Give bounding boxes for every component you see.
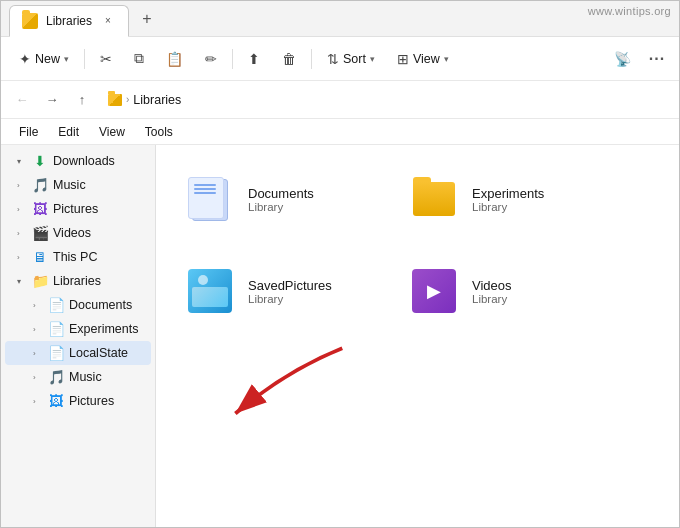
- cut-icon: ✂: [100, 51, 112, 67]
- paste-button[interactable]: 📋: [156, 46, 193, 72]
- sidebar-item-music[interactable]: › 🎵 Music: [5, 173, 151, 197]
- videos-info: Videos Library: [472, 278, 512, 305]
- toolbar: ✦ New ▾ ✂ ⧉ 📋 ✏ ⬆ 🗑 ⇅ Sort ▾ ⊞: [1, 37, 679, 81]
- address-path[interactable]: › Libraries: [99, 88, 671, 112]
- share-button[interactable]: ⬆: [238, 46, 270, 72]
- tab-bar: Libraries × +: [1, 1, 679, 37]
- sort-button[interactable]: ⇅ Sort ▾: [317, 46, 385, 72]
- cut-button[interactable]: ✂: [90, 46, 122, 72]
- active-tab[interactable]: Libraries ×: [9, 5, 129, 37]
- sidebar-item-pictures-sub[interactable]: › 🖼 Pictures: [5, 389, 151, 413]
- videos-name: Videos: [472, 278, 512, 293]
- thispc-icon: 🖥: [32, 249, 48, 265]
- savedpictures-type: Library: [248, 293, 332, 305]
- sidebar-videos-label: Videos: [53, 226, 143, 240]
- savedpictures-icon: [188, 269, 232, 313]
- sidebar-item-videos[interactable]: › 🎬 Videos: [5, 221, 151, 245]
- downloads-chevron: ▾: [17, 157, 27, 166]
- new-button[interactable]: ✦ New ▾: [9, 46, 79, 72]
- music-chevron: ›: [17, 181, 27, 190]
- view-chevron: ▾: [444, 54, 449, 64]
- videos-type: Library: [472, 293, 512, 305]
- savedpictures-info: SavedPictures Library: [248, 278, 332, 305]
- paste-icon: 📋: [166, 51, 183, 67]
- sidebar-item-thispc[interactable]: › 🖥 This PC: [5, 245, 151, 269]
- new-label: New: [35, 52, 60, 66]
- experiments-info: Experiments Library: [472, 186, 544, 213]
- back-button[interactable]: ←: [9, 87, 35, 113]
- cast-icon: 📡: [614, 51, 631, 67]
- view-button[interactable]: ⊞ View ▾: [387, 46, 459, 72]
- delete-button[interactable]: 🗑: [272, 46, 306, 72]
- sidebar-item-experiments[interactable]: › 📄 Experiments: [5, 317, 151, 341]
- sidebar-libraries-label: Libraries: [53, 274, 143, 288]
- experiments-name: Experiments: [472, 186, 544, 201]
- sort-chevron: ▾: [370, 54, 375, 64]
- documents-stack-icon: [188, 177, 232, 221]
- sidebar-item-localstate[interactable]: › 📄 LocalState: [5, 341, 151, 365]
- new-tab-button[interactable]: +: [133, 5, 161, 33]
- new-icon: ✦: [19, 51, 31, 67]
- library-item-savedpictures[interactable]: SavedPictures Library: [176, 257, 376, 325]
- doc-front: [188, 177, 224, 219]
- new-chevron: ▾: [64, 54, 69, 64]
- view-icon: ⊞: [397, 51, 409, 67]
- videos-icon: 🎬: [32, 225, 48, 241]
- sidebar-downloads-label: Downloads: [53, 154, 143, 168]
- view-label: View: [413, 52, 440, 66]
- pictures-chevron: ›: [17, 205, 27, 214]
- libraries-icon: 📁: [32, 273, 48, 289]
- path-separator: ›: [126, 94, 129, 105]
- menu-file[interactable]: File: [9, 122, 48, 142]
- experiments-chevron: ›: [33, 325, 43, 334]
- localstate-chevron: ›: [33, 349, 43, 358]
- overflow-button[interactable]: ···: [643, 45, 671, 73]
- address-bar: ← → ↑ › Libraries: [1, 81, 679, 119]
- sidebar-item-downloads[interactable]: ▾ ⬇ Downloads: [5, 149, 151, 173]
- sidebar: ▾ ⬇ Downloads › 🎵 Music › 🖼 Pictures › 🎬…: [1, 145, 156, 527]
- cast-button[interactable]: 📡: [604, 46, 641, 72]
- copy-icon: ⧉: [134, 50, 144, 67]
- rename-icon: ✏: [205, 51, 217, 67]
- music-sub-icon: 🎵: [48, 369, 64, 385]
- libraries-chevron: ▾: [17, 277, 27, 286]
- thispc-chevron: ›: [17, 253, 27, 262]
- library-item-videos[interactable]: Videos Library: [400, 257, 600, 325]
- sidebar-documents-label: Documents: [69, 298, 143, 312]
- localstate-icon: 📄: [48, 345, 64, 361]
- sidebar-item-libraries[interactable]: ▾ 📁 Libraries: [5, 269, 151, 293]
- pictures-icon: 🖼: [32, 201, 48, 217]
- tab-close-button[interactable]: ×: [100, 13, 116, 29]
- up-button[interactable]: ↑: [69, 87, 95, 113]
- forward-button[interactable]: →: [39, 87, 65, 113]
- menu-view[interactable]: View: [89, 122, 135, 142]
- sidebar-item-pictures[interactable]: › 🖼 Pictures: [5, 197, 151, 221]
- sort-icon: ⇅: [327, 51, 339, 67]
- sidebar-item-music-sub[interactable]: › 🎵 Music: [5, 365, 151, 389]
- sidebar-item-documents[interactable]: › 📄 Documents: [5, 293, 151, 317]
- tab-title: Libraries: [46, 14, 92, 28]
- experiments-icon: 📄: [48, 321, 64, 337]
- documents-thumbnail: [184, 173, 236, 225]
- menu-edit[interactable]: Edit: [48, 122, 89, 142]
- videos-thumbnail: [408, 265, 460, 317]
- music-icon: 🎵: [32, 177, 48, 193]
- menu-tools[interactable]: Tools: [135, 122, 183, 142]
- experiments-thumbnail: [408, 173, 460, 225]
- sidebar-pictures-label: Pictures: [53, 202, 143, 216]
- delete-icon: 🗑: [282, 51, 296, 67]
- library-item-experiments[interactable]: Experiments Library: [400, 165, 600, 233]
- pictures-sub-icon: 🖼: [48, 393, 64, 409]
- library-item-documents[interactable]: Documents Library: [176, 165, 376, 233]
- sort-label: Sort: [343, 52, 366, 66]
- copy-button[interactable]: ⧉: [124, 45, 154, 72]
- documents-sub-icon: 📄: [48, 297, 64, 313]
- rename-button[interactable]: ✏: [195, 46, 227, 72]
- sidebar-localstate-label: LocalState: [69, 346, 143, 360]
- videos-folder-icon: [412, 269, 456, 313]
- savedpictures-name: SavedPictures: [248, 278, 332, 293]
- path-text: Libraries: [133, 93, 181, 107]
- sidebar-thispc-label: This PC: [53, 250, 143, 264]
- downloads-icon: ⬇: [32, 153, 48, 169]
- savedpictures-thumbnail: [184, 265, 236, 317]
